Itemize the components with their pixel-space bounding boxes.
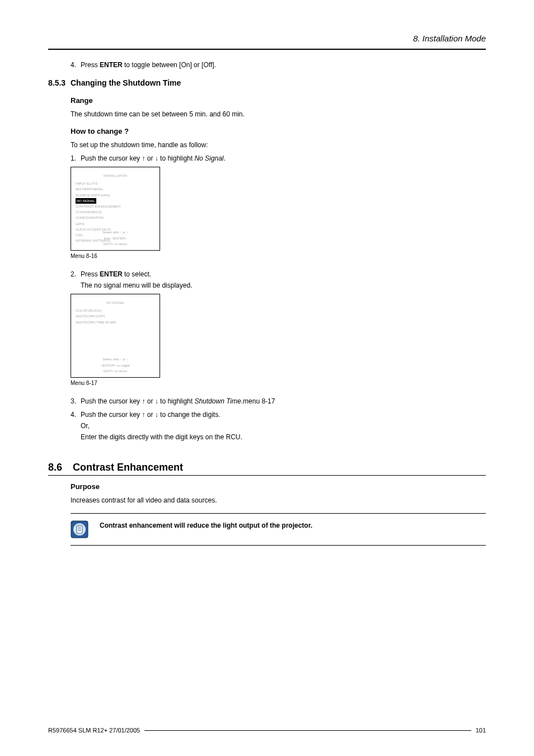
menu-line: LENS (76, 221, 155, 227)
menu-title: NO SIGNAL (76, 300, 155, 306)
menu-line: CONFIGURATION (76, 215, 155, 220)
step-subtext: The no signal menu will be displayed. (81, 280, 486, 290)
step-item: 4.Press ENTER to toggle between [On] or … (71, 60, 486, 70)
note-rule-bottom (71, 545, 486, 546)
step-subtext: Enter the digits directly with the digit… (81, 432, 486, 442)
step-number: 3. (71, 396, 81, 406)
menu-line: COLOR [BLACK] (76, 308, 155, 313)
step-number: 1. (71, 153, 81, 163)
step-item: 4.Push the cursor key ↑ or ↓ to change t… (71, 410, 486, 442)
step-item: 3.Push the cursor key ↑ or ↓ to highligh… (71, 396, 486, 406)
step-subtext: Or, (81, 421, 486, 431)
menu-line: SHUTDOWN TIME 05 MIN (76, 320, 155, 325)
note-document-icon (71, 520, 88, 538)
footer-rule (144, 730, 471, 731)
step-text-pre: Press (81, 61, 100, 69)
howto-heading: How to change ? (71, 127, 486, 135)
section-heading-major: 8.6Contrast Enhancement (48, 462, 486, 473)
step-number: 2. (71, 269, 81, 279)
menu-caption: Menu 8-17 (71, 380, 486, 386)
menu-title: INSTALLATION (76, 173, 155, 179)
step-text: Push the cursor key ↑ or ↓ to change the… (81, 411, 220, 419)
section-title: Changing the Shutdown Time (71, 78, 181, 87)
note-rule-top (71, 513, 486, 514)
page-footer: R5976654 SLM R12+ 27/01/2005 101 (48, 727, 486, 734)
note-text: Contrast enhancement will reduce the lig… (100, 520, 312, 529)
svg-rect-2 (77, 525, 82, 533)
footer-doc-id: R5976654 SLM R12+ 27/01/2005 (48, 727, 140, 734)
footer-page-number: 101 (476, 727, 486, 734)
step-item: 2.Press ENTER to select. The no signal m… (71, 269, 486, 290)
step-text-bold: ENTER (100, 61, 123, 69)
menu-line: SHUTDOWN [OFF] (76, 313, 155, 319)
section-rule (48, 475, 486, 476)
step-text-pre: Push the cursor key ↑ or ↓ to highlight (81, 397, 194, 405)
step-text-pre: Push the cursor key ↑ or ↓ to highlight (81, 154, 194, 162)
step-text-italic: No Signal (194, 154, 223, 162)
step-text-post: to select. (123, 270, 151, 278)
range-paragraph: The shutdown time can be set between 5 m… (71, 109, 486, 119)
menu-footer-line: <ENTER> to toggle (71, 363, 160, 368)
menu-box-817: NO SIGNAL COLOR [BLACK] SHUTDOWN [OFF] S… (71, 294, 160, 378)
menu-footer-line: Select with ↑ or ↓ (71, 356, 160, 362)
header-rule (48, 49, 486, 50)
step-text-bold: ENTER (100, 270, 123, 278)
howto-paragraph: To set up the shutdown time, handle as f… (71, 140, 486, 150)
menu-caption: Menu 8-16 (71, 253, 486, 259)
step-text-post: .menu 8-17 (241, 397, 275, 405)
purpose-paragraph: Increases contrast for all video and dat… (71, 495, 486, 505)
menu-line: 800 PERIPHERAL (76, 186, 155, 192)
menu-footer: Select with ↑ or ↓ then <ENTER> <EXIT> t… (71, 229, 160, 247)
section-number: 8.5.3 (48, 78, 71, 87)
menu-line: CONTRAST ENHANCEMENT (76, 204, 155, 209)
menu-footer-line: Select with ↑ or ↓ (71, 229, 160, 235)
purpose-heading: Purpose (71, 482, 486, 491)
step-number: 4. (71, 60, 81, 70)
step-text-italic: Shutdown Time (194, 397, 241, 405)
step-text-post: . (223, 154, 225, 162)
menu-footer-line: then <ENTER> (71, 236, 160, 241)
menu-footer-line: <EXIT> to return. (71, 368, 160, 374)
step-item: 1.Push the cursor key ↑ or ↓ to highligh… (71, 153, 486, 163)
menu-line: CONVERGENCE (76, 209, 155, 215)
menu-line: INPUT SLOTS (76, 181, 155, 186)
menu-footer-line: <EXIT> to return. (71, 241, 160, 247)
step-text-post: to toggle between [On] or [Off]. (123, 61, 216, 69)
step-number: 4. (71, 410, 81, 420)
section-heading: 8.5.3Changing the Shutdown Time (48, 78, 486, 87)
menu-highlight: NO SIGNAL (76, 198, 96, 204)
menu-line: SOURCE SWITCHING (76, 192, 155, 198)
section-title: Contrast Enhancement (73, 462, 183, 473)
note-box: Contrast enhancement will reduce the lig… (71, 520, 486, 538)
step-text-pre: Press (81, 270, 100, 278)
chapter-header: 8. Installation Mode (48, 34, 486, 43)
range-heading: Range (71, 96, 486, 105)
section-number: 8.6 (48, 462, 73, 473)
menu-box-816: INSTALLATION INPUT SLOTS 800 PERIPHERAL … (71, 167, 160, 251)
menu-footer: Select with ↑ or ↓ <ENTER> to toggle <EX… (71, 356, 160, 374)
